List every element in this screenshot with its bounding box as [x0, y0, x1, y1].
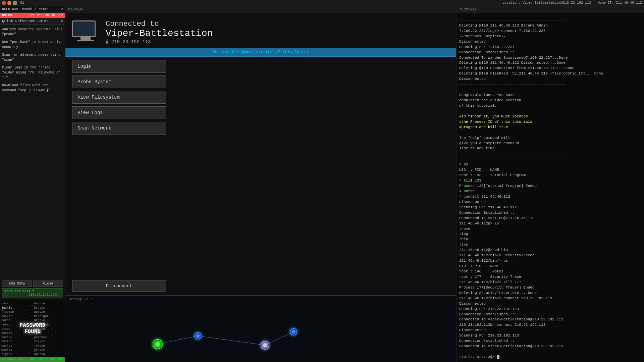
term-line-21: Connection Established ::: [459, 50, 641, 55]
term-line-38: list at any time.: [459, 146, 641, 151]
location-text: Location: Viper-Battlestation@210.23.192…: [502, 1, 591, 5]
term-line-44: Process 133[Tutorial Program] Ended: [459, 184, 641, 189]
term-line-49: Connection Established ::: [459, 210, 641, 216]
term-line-72: Scanning For 210.23.192.113: [459, 333, 641, 339]
term-line-18: --Porthack Complete--: [459, 34, 641, 39]
term-line-28: Congratulations, You have: [459, 93, 641, 98]
term-line-24: Deleting @119 Connection: from_211.46.46…: [459, 66, 641, 71]
app-portHack-bar: app:PortHack IP: 210.23.192.113: [2, 288, 63, 298]
term-line-56: 211.46.46.112@> cd bin: [459, 248, 641, 253]
word-monica: monica: [1, 348, 31, 353]
term-line-37: give you a complete command: [459, 141, 641, 146]
term-prompt-final: 210.23.192.113@>: [459, 355, 641, 360]
restore-icon[interactable]: [7, 1, 11, 5]
quick-ref-item-3: Scan for adjacent nodes using "scan": [2, 52, 63, 62]
term-line-58: 211.46.46.112/bin/> ps: [459, 258, 641, 264]
selected-ip-bar: app:PortHack IP: 210.23.192.113: [0, 357, 65, 362]
view-filesystem-button[interactable]: View Filesystem: [72, 91, 166, 104]
term-line-42: root : 133 : Tutorial Program: [459, 173, 641, 178]
network-node-white[interactable]: [261, 341, 269, 350]
term-line-53: :log: [459, 231, 641, 237]
term-line-26: Disconnected: [459, 76, 641, 82]
ip-bar: notes IP: 211.46.46.112: [0, 13, 65, 18]
term-line-75: [459, 349, 641, 355]
term-line-55: :sys: [459, 242, 641, 248]
term-line-34: #program and kill it.#: [459, 125, 641, 130]
word-boston: boston: [1, 340, 31, 344]
quick-ref-item-5: Download files with the command "scp [FI…: [2, 83, 63, 93]
gear-icon[interactable]: [13, 1, 17, 5]
quick-ref-content: Analyze security systems using "probe". …: [0, 25, 65, 98]
selected-ip: IP: 210.23.192.113: [31, 358, 63, 361]
term-line-47: Disconnected: [459, 200, 641, 205]
term-line-17: 7.160.22.237/log/> connect 7.160.22.237: [459, 29, 641, 34]
term-line-27: [459, 87, 641, 93]
term-line-45: > notes: [459, 189, 641, 194]
close-icon[interactable]: [2, 1, 6, 5]
login-button[interactable]: Login: [72, 60, 166, 73]
add-note-button[interactable]: Add Note: [2, 280, 32, 287]
quick-ref-header: Quick Reference Guide X: [0, 18, 65, 25]
network-node-right-blue[interactable]: [290, 328, 297, 335]
term-line-29: completed the guided section: [459, 98, 641, 103]
word-braves: braves: [34, 306, 64, 310]
monitor-frame: [72, 20, 96, 37]
scan-network-button[interactable]: Scan Network: [72, 122, 166, 135]
close-note-button[interactable]: Close: [33, 280, 63, 287]
top-bar-right: Location: Viper-Battlestation@210.23.192…: [502, 1, 642, 5]
term-line-60: root : 146 : Notes: [459, 269, 641, 274]
app-portHack-ip: IP: 210.23.192.113: [29, 290, 61, 297]
term-line-52: :home: [459, 226, 641, 232]
connected-text: Connected to Viper-Battlestation @ 210.2…: [106, 20, 213, 45]
term-line-48: Scanning For 211.46.46.112: [459, 205, 641, 210]
term-line-64: Deleting SecurityTracer.exe....Done: [459, 291, 641, 296]
server-name: Viper-Battlestation: [106, 28, 213, 39]
display-main: Connected to Viper-Battlestation @ 210.2…: [65, 13, 456, 295]
server-ip: @ 210.23.192.113: [106, 39, 213, 45]
term-line-40: > ps: [459, 162, 641, 167]
term-line-19: Disconnected: [459, 39, 641, 45]
term-line-20: Scanning For 7.160.22.237: [459, 45, 641, 50]
view-logs-button[interactable]: View Logs: [72, 106, 166, 119]
term-line-69: Connected To Viper-Battlestation@210.23.…: [459, 317, 641, 322]
term-line-46: > connect 211.46.46.112: [459, 194, 641, 200]
app-portHack-name: app:PortHack: [4, 290, 29, 297]
disconnect-button[interactable]: Disconnect: [72, 280, 166, 292]
display-header: DISPLAY: [65, 6, 456, 13]
term-line-54: :bin: [459, 237, 641, 242]
probe-system-button[interactable]: Probe System: [72, 75, 166, 88]
terminal-header: TERMINAL: [457, 6, 644, 13]
password-found-text: PASSWORDFOUND: [20, 322, 46, 335]
ram-used: USED RAM: 595mb / 761mb: [2, 7, 48, 11]
terminal-content[interactable]: Note: the wildcard "*" indicates "All". …: [457, 13, 644, 362]
quick-ref-close-button[interactable]: X: [61, 19, 63, 23]
term-line-63: Process 177[Security Tracer] Ended: [459, 285, 641, 291]
network-node-green[interactable]: [153, 339, 163, 349]
menu-buttons: Login Probe System View Filesystem View …: [65, 60, 173, 135]
term-separator-5: ----------------------------------------…: [459, 157, 641, 162]
word-college: college: [34, 357, 64, 357]
quick-ref-item-1: Analyze security systems using "probe".: [2, 27, 63, 37]
quick-ref-item-2: Use "porthack" to break active security.: [2, 40, 63, 50]
ram-section: USED RAM: 595mb / 761mb 2: [0, 6, 65, 13]
term-separator-4: ----------------------------------------…: [459, 82, 641, 87]
network-node-blue[interactable]: [194, 332, 202, 340]
word-casper: casper: [1, 314, 31, 319]
home-ip-text: Home IP: 211.46.46.112: [598, 1, 642, 5]
word-stupid: stupid: [1, 357, 31, 357]
term-separator-3: ----------------------------------------…: [459, 18, 641, 23]
term-line-59: UID : PID : NAME: [459, 264, 641, 269]
word-tigers: tigers: [1, 352, 31, 357]
top-bar: 61 Location: Viper-Battlestation@210.23.…: [0, 0, 644, 6]
term-line-51: 211.46.46.112@> ls: [459, 221, 641, 226]
word-jackie: jackie: [1, 306, 31, 310]
selected-app-name: app:PortHack: [2, 358, 24, 361]
term-line-25: Deleting @129 FileRead: by_211.46.46.112…: [459, 71, 641, 76]
monitor-stand: [80, 37, 91, 40]
term-line-30: of this tutorial.: [459, 103, 641, 109]
left-panel: USED RAM: 595mb / 761mb 2 notes IP: 211.…: [0, 6, 65, 362]
counter: 61: [20, 1, 24, 5]
netmap-label: netMap v1.7: [69, 297, 93, 301]
term-line-62: 211.46.46.112/bin/> kill 177: [459, 280, 641, 285]
term-line-74: Connected To Viper-Battlestation@210.23.…: [459, 344, 641, 349]
